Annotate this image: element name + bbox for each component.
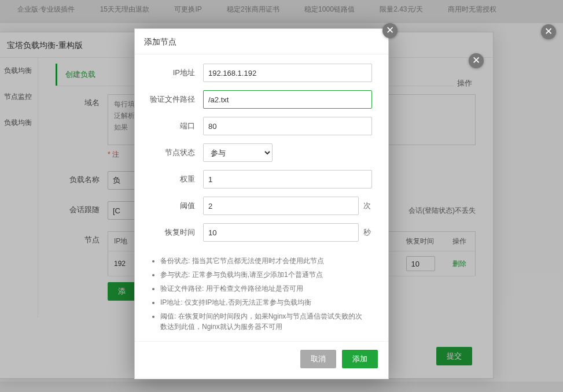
dlg2-title: 添加节点 <box>135 29 388 54</box>
cancel-button[interactable]: 取消 <box>300 350 336 368</box>
tips-list: 备份状态: 指当其它节点都无法使用时才会使用此节点 参与状态: 正常参与负载均衡… <box>143 250 372 339</box>
threshold-input[interactable] <box>203 197 359 215</box>
weight-label: 权重 <box>143 174 203 184</box>
threshold-label: 阈值 <box>143 201 203 211</box>
recover-unit: 秒 <box>363 227 372 238</box>
recover-input[interactable] <box>203 223 359 242</box>
recover-label: 恢复时间 <box>143 227 203 238</box>
status-label: 节点状态 <box>143 147 203 158</box>
add-node-dialog: 添加节点 IP地址 验证文件路径 端口 节点状态 参与 权重 <box>134 28 389 379</box>
weight-input[interactable] <box>203 170 372 188</box>
threshold-unit: 次 <box>363 201 372 211</box>
path-label: 验证文件路径 <box>143 94 203 105</box>
confirm-button[interactable]: 添加 <box>342 350 378 368</box>
port-input[interactable] <box>203 117 372 135</box>
port-label: 端口 <box>143 121 203 131</box>
close-icon[interactable]: ✕ <box>541 24 556 39</box>
ip-label: IP地址 <box>143 68 203 78</box>
close-icon[interactable]: ✕ <box>382 23 398 38</box>
ip-input[interactable] <box>203 64 372 82</box>
path-input[interactable] <box>203 90 372 109</box>
close-icon[interactable]: ✕ <box>469 53 484 68</box>
status-select[interactable]: 参与 <box>203 143 273 162</box>
